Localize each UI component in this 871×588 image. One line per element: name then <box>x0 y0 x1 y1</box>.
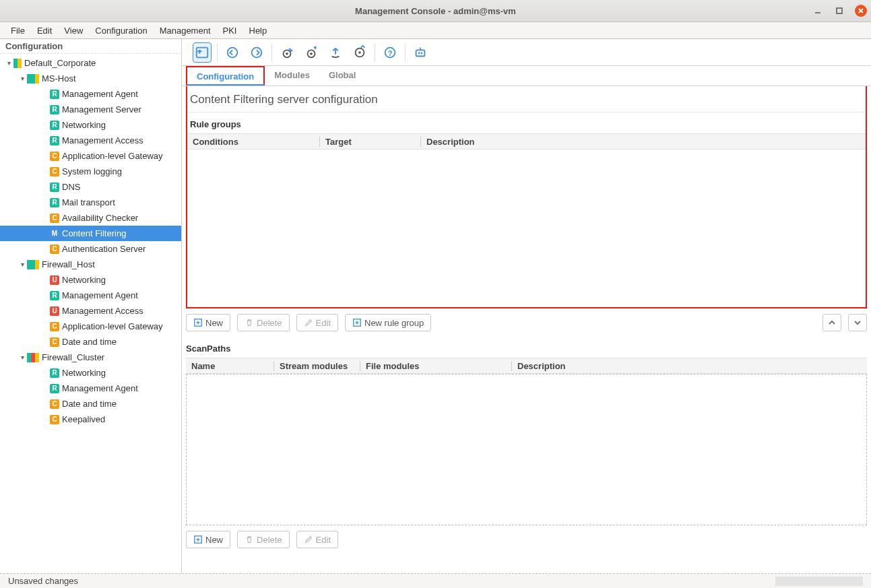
column-header[interactable]: Description <box>511 361 713 371</box>
maximize-button[interactable] <box>833 5 845 17</box>
menu-file[interactable]: File <box>5 24 30 37</box>
menu-view[interactable]: View <box>59 24 88 37</box>
column-header[interactable]: Name <box>186 361 273 371</box>
component-badge: R <box>50 136 59 145</box>
tab-configuration[interactable]: Configuration <box>186 66 265 86</box>
sp-new-label: New <box>205 535 223 545</box>
tree-item[interactable]: RManagement Server <box>0 102 181 117</box>
svg-point-17 <box>420 52 422 54</box>
tree-item[interactable]: RManagement Agent <box>0 288 181 303</box>
menu-management[interactable]: Management <box>154 24 216 37</box>
toolbar-btn-gear-check[interactable] <box>350 42 369 63</box>
rule-groups-title: Rule groups <box>187 112 866 133</box>
tree-item[interactable]: CAuthentication Server <box>0 241 181 257</box>
rg-new-label: New <box>205 318 223 328</box>
tree-item[interactable]: UNetworking <box>0 272 181 288</box>
tree-item[interactable]: RManagement Access <box>0 133 181 148</box>
close-button[interactable] <box>855 5 867 17</box>
rg-edit-button[interactable]: Edit <box>296 314 338 331</box>
column-header[interactable]: Target <box>319 137 420 147</box>
rg-newgroup-label: New rule group <box>364 318 424 328</box>
svg-rect-4 <box>197 47 208 57</box>
svg-point-16 <box>418 52 420 54</box>
move-up-button[interactable] <box>822 314 841 331</box>
tree-item[interactable]: ▾Default_Corporate <box>0 55 181 71</box>
tree-item-label: Keepalived <box>62 414 105 424</box>
scanpaths-title: ScanPaths <box>182 337 871 358</box>
svg-rect-15 <box>416 50 425 56</box>
sp-delete-button[interactable]: Delete <box>237 531 290 548</box>
move-down-button[interactable] <box>848 314 867 331</box>
component-badge: R <box>50 90 59 99</box>
scanpaths-buttons: New Delete Edit <box>182 525 871 554</box>
toolbar-btn-robot[interactable] <box>411 42 430 63</box>
svg-point-5 <box>228 47 238 57</box>
column-header[interactable]: Stream modules <box>273 361 360 371</box>
tree-item[interactable]: ▾MS-Host <box>0 71 181 86</box>
tree-item[interactable]: RManagement Agent <box>0 381 181 396</box>
column-header[interactable]: Description <box>420 137 757 147</box>
host-status-icon <box>27 353 39 362</box>
component-badge: R <box>50 368 59 378</box>
tree-item-label: Application-level Gateway <box>62 151 163 161</box>
menu-edit[interactable]: Edit <box>32 24 57 37</box>
toolbar-btn-commit-right[interactable] <box>247 42 266 63</box>
tree-item[interactable]: CDate and time <box>0 396 181 412</box>
tab-global[interactable]: Global <box>319 66 365 86</box>
tree-item[interactable]: CApplication-level Gateway <box>0 148 181 164</box>
toolbar-btn-gear-sync[interactable] <box>278 42 296 63</box>
toolbar-btn-view[interactable] <box>193 42 212 63</box>
toolbar-btn-upload[interactable] <box>326 42 345 63</box>
sp-delete-label: Delete <box>257 535 282 545</box>
svg-point-10 <box>310 53 313 55</box>
rg-delete-button[interactable]: Delete <box>237 314 290 331</box>
tree-item-label: Firewall_Host <box>42 259 95 269</box>
host-status-icon <box>27 74 39 84</box>
sidebar: Configuration ▾Default_Corporate▾MS-Host… <box>0 39 182 573</box>
tree-item[interactable]: RNetworking <box>0 117 181 133</box>
scanpaths-body[interactable] <box>186 374 867 525</box>
tree-item[interactable]: CKeepalived <box>0 412 181 427</box>
tree-item[interactable]: RNetworking <box>0 365 181 381</box>
component-badge: C <box>50 214 59 223</box>
tree-item[interactable]: CDate and time <box>0 334 181 350</box>
sp-edit-button[interactable]: Edit <box>296 531 338 548</box>
column-header[interactable]: Conditions <box>187 137 319 147</box>
component-badge: U <box>50 306 59 316</box>
rule-groups-body[interactable] <box>187 150 866 304</box>
tree-item[interactable]: CSystem logging <box>0 164 181 179</box>
sp-edit-label: Edit <box>316 535 331 545</box>
svg-text:?: ? <box>388 48 393 57</box>
tree-item[interactable]: RDNS <box>0 179 181 195</box>
toolbar-btn-commit-left[interactable] <box>223 42 242 63</box>
rg-new-button[interactable]: New <box>186 314 230 331</box>
highlighted-config-area: Content Filtering server configuration R… <box>186 86 867 308</box>
minimize-button[interactable] <box>812 5 824 17</box>
tree-item[interactable]: UManagement Access <box>0 303 181 319</box>
tree-item[interactable]: CAvailability Checker <box>0 210 181 226</box>
menu-help[interactable]: Help <box>244 24 273 37</box>
scanpaths-header: NameStream modulesFile modulesDescriptio… <box>186 358 867 374</box>
svg-rect-1 <box>837 8 842 13</box>
tree-item[interactable]: ▾Firewall_Host <box>0 257 181 272</box>
tree-item[interactable]: RManagement Agent <box>0 86 181 102</box>
config-tree[interactable]: ▾Default_Corporate▾MS-HostRManagement Ag… <box>0 54 181 573</box>
svg-point-6 <box>252 47 262 57</box>
tree-item[interactable]: CApplication-level Gateway <box>0 319 181 334</box>
column-header[interactable]: File modules <box>360 361 511 371</box>
sp-new-button[interactable]: New <box>186 531 230 548</box>
menubar: FileEditViewConfigurationManagementPKIHe… <box>0 22 871 39</box>
tree-item[interactable]: MContent Filtering <box>0 226 181 241</box>
toolbar-btn-gear-push[interactable] <box>302 42 321 63</box>
tree-item-label: Authentication Server <box>62 244 146 254</box>
menu-pki[interactable]: PKI <box>218 24 243 37</box>
tree-item[interactable]: ▾Firewall_Cluster <box>0 350 181 365</box>
tab-modules[interactable]: Modules <box>265 66 319 86</box>
tree-item-label: Date and time <box>62 337 117 347</box>
tree-item[interactable]: RMail transport <box>0 195 181 210</box>
tree-item-label: Networking <box>62 368 106 378</box>
menu-configuration[interactable]: Configuration <box>90 24 152 37</box>
toolbar-btn-help[interactable]: ? <box>381 42 399 63</box>
tree-item-label: Content Filtering <box>62 228 126 238</box>
rg-newgroup-button[interactable]: New rule group <box>345 314 431 331</box>
